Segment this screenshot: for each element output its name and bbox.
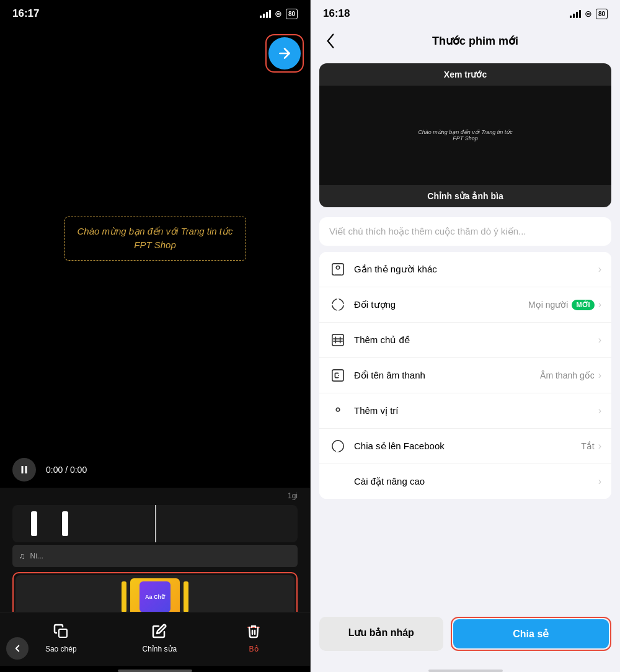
edit-button[interactable]: Chỉnh sửa bbox=[143, 620, 177, 653]
arrow-right-icon: path{fill:none;stroke:#fff;stroke-width:… bbox=[277, 45, 293, 61]
clip-highlight-wrapper: Aa Chữ bbox=[12, 572, 298, 612]
settings-item-add-location[interactable]: Thêm vị trí › bbox=[319, 393, 611, 429]
timeline-handle-left[interactable] bbox=[31, 511, 37, 536]
back-button-left[interactable] bbox=[6, 637, 29, 660]
settings-item-audience[interactable]: Đối tượng Mọi người MỚI › bbox=[319, 287, 611, 323]
settings-item-add-topic[interactable]: Thêm chủ đề › bbox=[319, 323, 611, 358]
rename-audio-value: Âm thanh gốc bbox=[540, 370, 595, 380]
next-button-area: path{fill:none;stroke:#fff;stroke-width:… bbox=[265, 34, 304, 73]
chevron-right-icon-7: › bbox=[598, 476, 601, 487]
home-indicator-right bbox=[428, 670, 503, 672]
settings-item-advanced[interactable]: Cài đặt nâng cao › bbox=[319, 464, 611, 499]
back-chevron-icon bbox=[326, 32, 335, 50]
svg-rect-0 bbox=[22, 466, 24, 473]
signal-icon-right bbox=[570, 9, 581, 18]
time-left: 16:17 bbox=[12, 7, 39, 20]
status-icons-left: ⊜ 80 bbox=[260, 9, 298, 19]
music-note-icon: ♫ bbox=[19, 551, 25, 561]
right-panel: 16:18 ⊜ 80 Thước phim mới Xem trước Chào… bbox=[311, 0, 620, 672]
timeline-handle-right[interactable] bbox=[62, 511, 68, 536]
share-button[interactable]: Chia sẻ bbox=[453, 619, 609, 648]
video-text-line2: FPT Shop bbox=[134, 240, 176, 250]
bottom-action-area: Lưu bản nháp Chia sẻ bbox=[311, 607, 620, 666]
person-tag-icon bbox=[329, 261, 347, 278]
chevron-right-icon-5: › bbox=[598, 405, 601, 416]
delete-icon bbox=[246, 624, 261, 638]
settings-item-rename-audio[interactable]: Đổi tên âm thanh Âm thanh gốc › bbox=[319, 358, 611, 393]
chevron-right-icon-4: › bbox=[598, 370, 601, 381]
settings-item-tag-people[interactable]: Gắn thẻ người khác › bbox=[319, 252, 611, 287]
caption-placeholder: Viết chú thích hoặc thêm cuộc thăm dò ý … bbox=[329, 226, 526, 236]
clip-thumb-inner: Aa Chữ bbox=[140, 581, 170, 612]
battery-icon: 80 bbox=[286, 9, 298, 19]
preview-button[interactable]: Xem trước bbox=[319, 63, 611, 86]
clip-item[interactable]: Aa Chữ bbox=[16, 575, 294, 612]
wifi-icon-right: ⊜ bbox=[585, 9, 592, 19]
video-area: Chào mừng bạn đến với Trang tin tức FPT … bbox=[0, 25, 310, 452]
save-draft-button[interactable]: Lưu bản nháp bbox=[319, 617, 443, 651]
video-text-line1: Chào mừng bạn đến với Trang tin tức bbox=[78, 226, 233, 236]
pause-button[interactable] bbox=[12, 458, 36, 482]
settings-icon bbox=[329, 473, 347, 490]
clip-right-bar bbox=[184, 581, 188, 612]
copy-icon bbox=[53, 624, 68, 638]
chevron-right-icon-6: › bbox=[598, 441, 601, 452]
rename-audio-label: Đổi tên âm thanh bbox=[354, 370, 540, 381]
copy-button[interactable]: Sao chép bbox=[45, 620, 77, 653]
video-overlay-text: Chào mừng bạn đến với Trang tin tức FPT … bbox=[64, 217, 246, 261]
facebook-icon bbox=[329, 437, 347, 455]
page-title: Thước phim mới bbox=[340, 34, 610, 48]
audience-label: Đối tượng bbox=[354, 299, 528, 310]
clip-thumbnail: Aa Chữ bbox=[130, 578, 180, 612]
edit-icon bbox=[152, 624, 167, 638]
time-display: 0:00 / 0:00 bbox=[46, 465, 87, 475]
advanced-settings-label: Cài đặt nâng cao bbox=[354, 476, 598, 487]
share-facebook-label: Chia sẻ lên Facebook bbox=[354, 441, 581, 452]
timeline-header: 1gi bbox=[0, 488, 310, 503]
back-button-right[interactable] bbox=[321, 31, 340, 51]
left-panel: 16:17 ⊜ 80 path{fill:none;stroke:#fff;st… bbox=[0, 0, 310, 672]
hashtag-icon bbox=[329, 331, 347, 349]
music-label: Ni... bbox=[30, 552, 43, 560]
settings-item-share-facebook[interactable]: Chia sẻ lên Facebook Tắt › bbox=[319, 429, 611, 464]
home-indicator-left bbox=[118, 670, 192, 672]
svg-rect-1 bbox=[25, 466, 27, 473]
wifi-icon: ⊜ bbox=[275, 9, 282, 19]
next-button-highlight: path{fill:none;stroke:#fff;stroke-width:… bbox=[265, 34, 304, 73]
bottom-toolbar: Sao chép Chỉnh sửa Bỏ bbox=[0, 612, 310, 666]
preview-video-thumbnail: Chào mừng bạn đến với Trang tin tức FPT … bbox=[319, 86, 611, 185]
preview-card: Xem trước Chào mừng bạn đến với Trang ti… bbox=[319, 63, 611, 207]
status-bar-left: 16:17 ⊜ 80 bbox=[0, 0, 310, 25]
edit-label: Chỉnh sửa bbox=[143, 645, 177, 653]
delete-label: Bỏ bbox=[249, 645, 259, 653]
main-track bbox=[12, 505, 298, 542]
edit-icon-wrap bbox=[148, 620, 170, 642]
delete-button[interactable]: Bỏ bbox=[242, 620, 265, 653]
edit-cover-button[interactable]: Chỉnh sửa ảnh bìa bbox=[319, 185, 611, 207]
svg-point-4 bbox=[336, 266, 340, 270]
delete-icon-wrap bbox=[242, 620, 265, 642]
preview-text-line1: Chào mừng bạn đến với Trang tin tức bbox=[418, 129, 512, 135]
audience-value: Mọi người bbox=[528, 300, 568, 310]
timeline-cursor bbox=[155, 505, 156, 542]
status-bar-right: 16:18 ⊜ 80 bbox=[311, 0, 620, 25]
chevron-right-icon-1: › bbox=[598, 264, 601, 275]
timeline-marker: 1gi bbox=[288, 491, 298, 500]
next-button[interactable]: path{fill:none;stroke:#fff;stroke-width:… bbox=[268, 37, 301, 69]
right-header: Thước phim mới bbox=[311, 25, 620, 58]
playback-bar: 0:00 / 0:00 bbox=[0, 452, 310, 488]
audience-icon bbox=[329, 296, 347, 313]
chevron-right-icon-3: › bbox=[598, 334, 601, 346]
chevron-right-icon-2: › bbox=[598, 299, 601, 310]
add-location-label: Thêm vị trí bbox=[354, 405, 598, 416]
signal-icon bbox=[260, 9, 271, 18]
time-right: 16:18 bbox=[323, 7, 350, 20]
copy-icon-wrap bbox=[50, 620, 72, 642]
svg-point-13 bbox=[336, 408, 340, 411]
clip-left-bar bbox=[122, 581, 126, 612]
clip-text: Aa Chữ bbox=[145, 594, 165, 601]
pause-icon bbox=[19, 464, 30, 475]
caption-area[interactable]: Viết chú thích hoặc thêm cuộc thăm dò ý … bbox=[319, 217, 611, 246]
preview-video-text: Chào mừng bạn đến với Trang tin tức FPT … bbox=[412, 123, 518, 148]
copy-label: Sao chép bbox=[45, 645, 77, 653]
